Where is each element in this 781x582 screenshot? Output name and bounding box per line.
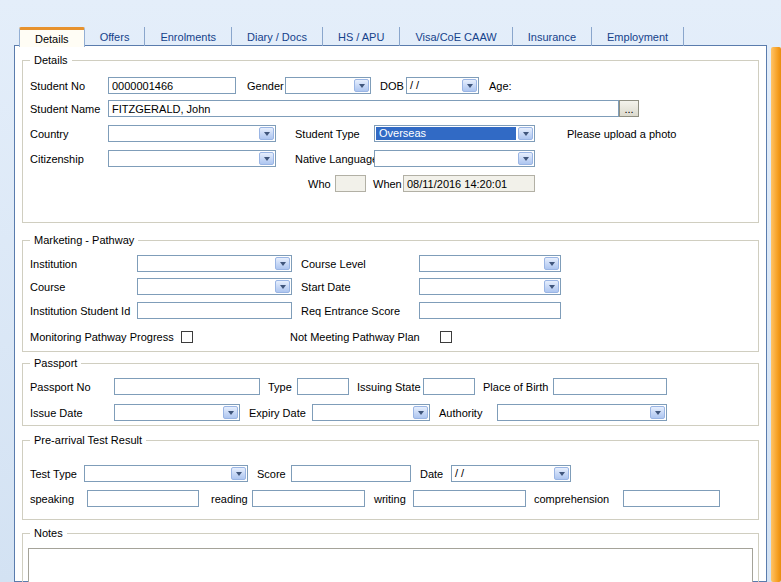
passport-no-label: Passport No [30, 381, 91, 393]
expiry-date-value [313, 405, 412, 420]
photo-upload-hint: Please upload a photo [567, 128, 676, 140]
student-no-field[interactable] [108, 77, 236, 94]
test-type-label: Test Type [30, 468, 77, 480]
dob-value: / / [407, 78, 461, 93]
course-level-label: Course Level [301, 258, 366, 270]
monitoring-pathway-label: Monitoring Pathway Progress [30, 331, 174, 343]
place-of-birth-field[interactable] [553, 378, 667, 395]
tab-insurance[interactable]: Insurance [513, 27, 592, 46]
chevron-down-icon[interactable] [462, 79, 477, 92]
course-value [138, 279, 274, 294]
issue-date-value [115, 405, 222, 420]
tab-employment[interactable]: Employment [592, 27, 684, 46]
gender-combobox[interactable] [285, 77, 371, 94]
when-field [403, 175, 535, 192]
who-label: Who [308, 178, 331, 190]
student-type-value: Overseas [376, 127, 516, 140]
test-date-value: / / [452, 466, 553, 481]
native-language-value [375, 151, 517, 166]
issuing-state-label: Issuing State [357, 381, 421, 393]
tab-hs-apu[interactable]: HS / APU [323, 27, 400, 46]
score-label: Score [257, 468, 286, 480]
start-date-label: Start Date [301, 281, 351, 293]
test-type-value [85, 466, 230, 481]
issuing-state-field[interactable] [423, 378, 475, 395]
reading-field[interactable] [252, 490, 365, 507]
not-meeting-pathway-checkbox[interactable] [440, 331, 452, 343]
tab-strip: Details Offers Enrolments Diary / Docs H… [19, 27, 684, 46]
gender-value [286, 78, 353, 93]
chevron-down-icon[interactable] [554, 467, 569, 480]
chevron-down-icon[interactable] [231, 467, 246, 480]
start-date-value [420, 279, 543, 294]
tab-diary-docs[interactable]: Diary / Docs [232, 27, 323, 46]
reading-label: reading [211, 493, 248, 505]
passport-type-label: Type [268, 381, 292, 393]
comprehension-field[interactable] [623, 490, 720, 507]
institution-student-id-label: Institution Student Id [30, 305, 130, 317]
dob-label: DOB [380, 80, 404, 92]
student-type-label: Student Type [295, 128, 360, 140]
tab-offers[interactable]: Offers [85, 27, 146, 46]
notes-textarea[interactable] [28, 548, 753, 582]
course-level-value [420, 256, 543, 271]
comprehension-label: comprehension [534, 493, 609, 505]
chevron-down-icon[interactable] [259, 127, 274, 140]
req-entrance-score-field[interactable] [419, 302, 561, 319]
tab-visa-coe-caaw[interactable]: Visa/CoE CAAW [400, 27, 512, 46]
chevron-down-icon[interactable] [518, 152, 533, 165]
test-date-label: Date [420, 468, 443, 480]
chevron-down-icon[interactable] [223, 406, 238, 419]
course-level-combobox[interactable] [419, 255, 561, 272]
start-date-combobox[interactable] [419, 278, 561, 295]
chevron-down-icon[interactable] [275, 280, 290, 293]
tab-enrolments[interactable]: Enrolments [145, 27, 232, 46]
institution-label: Institution [30, 258, 77, 270]
chevron-down-icon[interactable] [544, 257, 559, 270]
req-entrance-score-label: Req Entrance Score [301, 305, 400, 317]
passport-group-label: Passport [30, 357, 81, 369]
not-meeting-pathway-label: Not Meeting Pathway Plan [290, 331, 420, 343]
monitoring-pathway-checkbox[interactable] [181, 331, 193, 343]
gender-label: Gender [247, 80, 284, 92]
citizenship-combobox[interactable] [108, 150, 276, 167]
issue-date-picker[interactable] [114, 404, 240, 421]
passport-type-field[interactable] [297, 378, 349, 395]
citizenship-label: Citizenship [30, 153, 84, 165]
chevron-down-icon[interactable] [518, 127, 533, 140]
institution-combobox[interactable] [137, 255, 292, 272]
chevron-down-icon[interactable] [650, 406, 665, 419]
test-type-combobox[interactable] [84, 465, 248, 482]
passport-no-field[interactable] [114, 378, 260, 395]
expiry-date-picker[interactable] [312, 404, 430, 421]
score-field[interactable] [291, 465, 411, 482]
student-name-label: Student Name [30, 103, 100, 115]
country-value [109, 126, 258, 141]
authority-label: Authority [439, 407, 482, 419]
country-combobox[interactable] [108, 125, 276, 142]
notes-group-label: Notes [30, 527, 67, 539]
chevron-down-icon[interactable] [544, 280, 559, 293]
speaking-field[interactable] [87, 490, 199, 507]
authority-combobox[interactable] [497, 404, 667, 421]
tab-details[interactable]: Details [19, 27, 85, 47]
chevron-down-icon[interactable] [354, 79, 369, 92]
chevron-down-icon[interactable] [275, 257, 290, 270]
dob-date-picker[interactable]: / / [406, 77, 479, 94]
place-of-birth-label: Place of Birth [483, 381, 548, 393]
student-name-browse-button[interactable]: ... [619, 100, 639, 117]
student-details-window: Details Offers Enrolments Diary / Docs H… [0, 0, 781, 582]
institution-student-id-field[interactable] [137, 302, 292, 319]
student-name-field[interactable] [108, 100, 619, 117]
speaking-label: speaking [30, 493, 74, 505]
test-date-picker[interactable]: / / [451, 465, 571, 482]
native-language-combobox[interactable] [374, 150, 535, 167]
chevron-down-icon[interactable] [259, 152, 274, 165]
student-type-combobox[interactable]: Overseas [374, 125, 535, 142]
chevron-down-icon[interactable] [413, 406, 428, 419]
vertical-scrollbar[interactable] [771, 47, 781, 582]
course-combobox[interactable] [137, 278, 292, 295]
citizenship-value [109, 151, 258, 166]
student-no-label: Student No [30, 80, 85, 92]
writing-field[interactable] [413, 490, 526, 507]
